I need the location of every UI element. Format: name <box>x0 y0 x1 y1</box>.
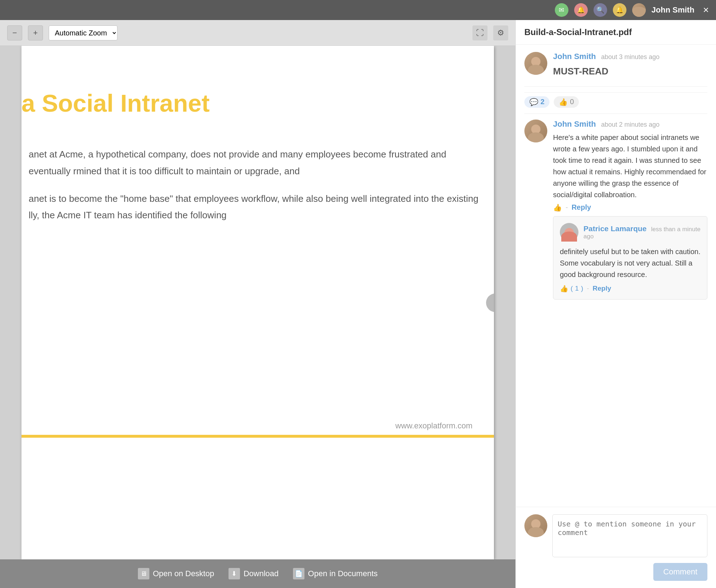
open-documents-label: Open in Documents <box>308 569 378 578</box>
post-2: John Smith about 2 minutes ago Here's a … <box>524 120 707 300</box>
zoom-in-button[interactable]: + <box>28 25 43 40</box>
nav-icons: ✉ 🔔 🔍 🔔 John Smith × <box>555 3 709 17</box>
reply-1-text: definitely useful but to be taken with c… <box>560 246 701 280</box>
post-2-text: Here's a white paper about social intran… <box>553 132 707 200</box>
pdf-body-text: anet at Acme, a hypothetical company, do… <box>21 146 494 234</box>
comment-icon: 💬 <box>529 98 538 106</box>
comment-submit-button[interactable]: Comment <box>653 563 707 581</box>
zoom-select[interactable]: Automatic Zoom <box>49 25 117 40</box>
reply-1-like-button[interactable]: 👍 (1) <box>560 285 583 293</box>
reply-1-reply-button[interactable]: Reply <box>593 285 611 292</box>
post-2-time: about 2 minutes ago <box>601 121 659 128</box>
post-2-body: John Smith about 2 minutes ago Here's a … <box>553 120 707 300</box>
post-2-avatar <box>524 120 547 142</box>
reply-1-meta: Patrice Lamarque less than a minute ago <box>583 224 701 240</box>
like-icon: 👍 <box>559 98 568 106</box>
comment-input-avatar <box>524 514 547 537</box>
post-1-text: MUST-READ <box>553 64 707 79</box>
pdf-page: www.exoplatform.com a Social Intranet an… <box>21 46 494 559</box>
top-nav-bar: ✉ 🔔 🔍 🔔 John Smith × <box>0 0 716 20</box>
reply-like-count: ( <box>571 285 573 292</box>
comment-input[interactable] <box>552 514 707 557</box>
pdf-title: a Social Intranet <box>21 89 210 118</box>
comment-input-area: Comment <box>516 507 716 588</box>
pdf-viewer: − + Automatic Zoom ⛶ ⚙ www.exoplatform.c… <box>0 20 515 588</box>
zoom-out-button[interactable]: − <box>7 25 22 40</box>
like-count-bubble: 👍 0 <box>554 96 579 108</box>
open-desktop-label: Open on Desktop <box>153 569 214 578</box>
post-2-actions: 👍 - Reply <box>553 203 707 212</box>
user-avatar[interactable] <box>632 3 646 17</box>
main-area: − + Automatic Zoom ⛶ ⚙ www.exoplatform.c… <box>0 20 716 588</box>
fullscreen-icon[interactable]: ⛶ <box>472 25 487 40</box>
pdf-paragraph-2: anet is to become the "home base" that e… <box>29 190 487 224</box>
post-1-author[interactable]: John Smith <box>553 52 596 61</box>
reply-1-header: Patrice Lamarque less than a minute ago <box>560 223 701 242</box>
reply-1-avatar <box>560 223 578 242</box>
like-count: 0 <box>570 98 574 106</box>
reply-1: Patrice Lamarque less than a minute ago … <box>553 216 707 300</box>
reply-count-value: 1 <box>575 285 579 292</box>
post-1-reactions: 💬 2 👍 0 <box>524 92 707 108</box>
settings-icon[interactable]: ⚙ <box>493 25 508 40</box>
nav-close-icon[interactable]: × <box>703 4 709 16</box>
comment-scroll-area[interactable]: John Smith about 3 minutes ago MUST-READ… <box>516 45 716 507</box>
search-icon[interactable]: 🔍 <box>594 3 607 17</box>
comment-count: 2 <box>540 98 544 106</box>
pdf-next-arrow[interactable]: › <box>486 293 494 312</box>
download-icon: ⬇ <box>229 568 240 579</box>
envelope-icon[interactable]: ✉ <box>555 3 568 17</box>
open-desktop-button[interactable]: 🖥 Open on Desktop <box>138 568 214 579</box>
comment-textarea-wrap: Comment <box>552 514 707 581</box>
post-1-body: John Smith about 3 minutes ago MUST-READ <box>553 52 707 79</box>
pdf-yellow-bar <box>21 435 494 438</box>
comment-count-bubble: 💬 2 <box>524 96 549 108</box>
nav-username: John Smith <box>652 5 695 15</box>
panel-header: Build-a-Social-Intranet.pdf <box>516 20 716 45</box>
reply-1-actions: 👍 (1) - Reply <box>560 285 701 293</box>
post-2-author[interactable]: John Smith <box>553 120 596 128</box>
post-1: John Smith about 3 minutes ago MUST-READ <box>524 52 707 79</box>
reply-like-icon: 👍 <box>560 285 568 293</box>
pdf-bottom-bar: 🖥 Open on Desktop ⬇ Download 📄 Open in D… <box>0 559 515 588</box>
comment-panel: Build-a-Social-Intranet.pdf John Smith a… <box>515 20 716 588</box>
bell-icon[interactable]: 🔔 <box>574 3 588 17</box>
pdf-content: www.exoplatform.com a Social Intranet an… <box>0 46 515 559</box>
post-2-like-button[interactable]: 👍 <box>553 203 562 212</box>
reply-1-author[interactable]: Patrice Lamarque <box>583 224 647 233</box>
post-1-avatar <box>524 52 547 75</box>
download-button[interactable]: ⬇ Download <box>229 568 279 579</box>
toolbar-right: ⛶ ⚙ <box>472 25 508 40</box>
post-1-time: about 3 minutes ago <box>601 53 659 60</box>
divider-1 <box>524 86 707 87</box>
download-label: Download <box>244 569 279 578</box>
open-documents-icon: 📄 <box>293 568 304 579</box>
pdf-paragraph-1: anet at Acme, a hypothetical company, do… <box>29 146 487 180</box>
open-documents-button[interactable]: 📄 Open in Documents <box>293 568 378 579</box>
notification-icon[interactable]: 🔔 <box>613 3 626 17</box>
panel-title: Build-a-Social-Intranet.pdf <box>524 27 632 37</box>
divider-2 <box>524 113 707 114</box>
pdf-toolbar: − + Automatic Zoom ⛶ ⚙ <box>0 20 515 46</box>
pdf-url: www.exoplatform.com <box>395 421 472 431</box>
post-2-reply-button[interactable]: Reply <box>572 203 591 212</box>
open-desktop-icon: 🖥 <box>138 568 149 579</box>
